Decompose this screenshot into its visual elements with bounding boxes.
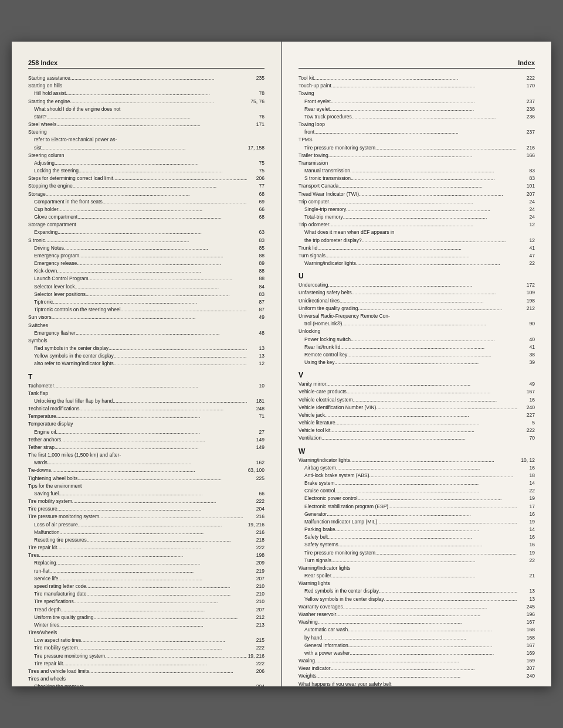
- entry-page: 210: [247, 590, 264, 598]
- index-entry: wards ..................................…: [28, 459, 264, 467]
- entry-page: 212: [517, 305, 535, 312]
- entry-label: Warning lights: [299, 580, 330, 587]
- index-entry: Tank flap: [28, 390, 264, 397]
- entry-label: Touch-up paint: [299, 82, 331, 90]
- entry-label: Washer reservoir: [299, 611, 336, 618]
- index-entry: Brake system ...........................…: [299, 479, 535, 487]
- entry-dots: ........................................…: [46, 190, 247, 198]
- entry-page: 172: [517, 281, 535, 289]
- entry-page: 89: [247, 260, 264, 267]
- entry-dots: ........................................…: [340, 297, 517, 305]
- entry-label: Checking tire pressure: [34, 683, 84, 686]
- entry-label: wards: [34, 459, 48, 467]
- entry-label: Saving fuel: [34, 490, 59, 498]
- entry-label: by hand: [304, 634, 322, 642]
- index-entry: speed rating letter code ...............…: [28, 583, 264, 590]
- entry-label: Starting assistance: [28, 74, 70, 82]
- entry-page: 70: [517, 434, 535, 442]
- index-entry: Tie-downs ..............................…: [28, 467, 264, 474]
- entry-dots: ........................................…: [331, 557, 517, 564]
- index-entry: Tires and wheels: [28, 675, 264, 683]
- entry-dots: ........................................…: [57, 267, 247, 275]
- entry-label: Yellow symbols in the center display: [34, 352, 114, 360]
- entry-dots: ........................................…: [314, 74, 517, 82]
- entry-label: Replacing: [34, 559, 56, 567]
- entry-label: Power locking switch: [304, 336, 351, 343]
- entry-label: Front eyelet: [304, 98, 331, 106]
- index-entry: Transmission: [299, 159, 535, 167]
- index-entry: Towing loop: [299, 121, 535, 128]
- entry-dots: ........................................…: [343, 603, 517, 611]
- entry-label: Generator: [304, 511, 327, 518]
- entry-label: Technical modifications: [28, 405, 79, 413]
- index-entry: by hand ................................…: [299, 634, 535, 642]
- entry-label: Unlocking the fuel filler flap by hand: [34, 397, 113, 405]
- index-entry: Resetting tire pressures ...............…: [28, 536, 264, 544]
- index-entry: Tire repair kit ........................…: [28, 660, 264, 668]
- index-entry: Steps for determining correct load limit…: [28, 175, 264, 182]
- entry-label: Tank flap: [28, 390, 48, 397]
- page-right-header: Index: [299, 59, 535, 69]
- entry-page: 225: [247, 475, 264, 482]
- entry-dots: ........................................…: [317, 244, 517, 252]
- entry-page: 18: [517, 472, 535, 479]
- index-entry: Waxing .................................…: [299, 657, 535, 665]
- index-entry: Unlocking the fuel filler flap by hand .…: [28, 397, 264, 405]
- entry-label: Steering column: [28, 152, 64, 159]
- index-entry: Trailer towing .........................…: [299, 152, 535, 159]
- index-entry: Cruise control .........................…: [299, 487, 535, 495]
- entry-label: Trunk lid: [299, 244, 317, 252]
- entry-page: 181: [247, 397, 264, 405]
- entry-label: Electronic power control: [304, 495, 358, 502]
- index-entry: Tool kit ...............................…: [299, 74, 535, 82]
- index-entry: Unfastening safety belts ...............…: [299, 289, 535, 297]
- entry-dots: ........................................…: [358, 495, 517, 502]
- index-entry: Vanity mirror ..........................…: [299, 380, 535, 388]
- entry-label: Safety systems: [304, 541, 338, 549]
- index-entry: S tronic transmission ..................…: [299, 175, 535, 182]
- entry-page: 19: [517, 549, 535, 557]
- entry-page: 210: [247, 583, 264, 590]
- entry-page: 218: [247, 536, 264, 544]
- entry-page: 238: [517, 106, 535, 113]
- entry-label: Remote control key: [304, 351, 347, 359]
- entry-page: 12: [247, 360, 264, 368]
- entry-dots: ........................................…: [52, 314, 247, 321]
- index-entry: Using the key ..........................…: [299, 359, 535, 366]
- entry-dots: ........................................…: [375, 549, 517, 557]
- entry-dots: ........................................…: [353, 396, 517, 404]
- entry-dots: ........................................…: [108, 345, 247, 352]
- entry-label: Transport Canada: [299, 182, 338, 190]
- entry-label: Tether anchors: [28, 436, 61, 444]
- index-entry: Checking tire pressure .................…: [28, 683, 264, 686]
- entry-page: 13: [517, 596, 535, 603]
- entry-dots: ........................................…: [325, 252, 517, 260]
- entry-dots: ........................................…: [74, 598, 247, 605]
- entry-page: 19: [517, 518, 535, 526]
- entry-label: Undercoating: [299, 281, 328, 289]
- index-entry: front ..................................…: [299, 128, 535, 136]
- entry-label: Vehicle-care products: [299, 388, 347, 396]
- entry-label: Steering: [28, 128, 47, 136]
- entry-page: 68: [247, 190, 264, 198]
- index-entry: Tire pressure monitoring system ........…: [299, 549, 535, 557]
- entry-label: Electronic stabilization program (ESP): [304, 503, 388, 511]
- entry-label: Engine oil: [34, 428, 56, 436]
- entry-label: Tool kit: [299, 74, 314, 82]
- index-entry: Tire mobility system ...................…: [28, 644, 264, 652]
- entry-label: Tire pressure monitoring system: [304, 549, 375, 557]
- entry-dots: ........................................…: [330, 106, 517, 113]
- index-entry: trol (HomeLink®) .......................…: [299, 320, 535, 328]
- entry-page: 222: [247, 644, 264, 652]
- entry-label: Tips for the environment: [28, 482, 82, 490]
- entry-dots: ........................................…: [113, 175, 247, 182]
- entry-page: 198: [247, 552, 264, 559]
- entry-label: Selector lever positions: [34, 291, 86, 298]
- entry-label: Winter tires: [34, 621, 59, 629]
- entry-dots: ........................................…: [352, 289, 517, 297]
- entry-page: 14: [517, 479, 535, 487]
- index-entry: Starting assistance ....................…: [28, 74, 264, 82]
- entry-label: refer to Electro-mechanical power as-: [34, 136, 117, 144]
- entry-label: Parking brake: [304, 526, 335, 533]
- entry-label: Kick-down: [34, 267, 57, 275]
